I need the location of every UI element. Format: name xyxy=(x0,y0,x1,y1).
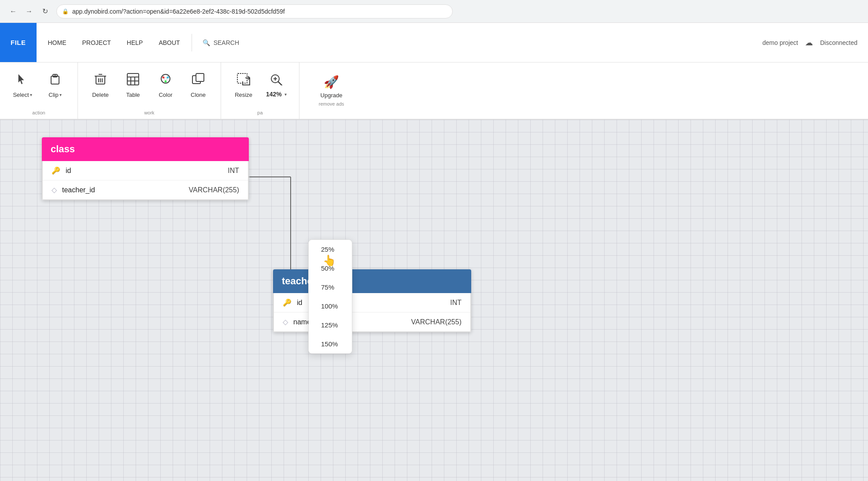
teacher-table-body: 🔑 id INT ◇ name VARCHAR(255) xyxy=(273,293,471,332)
reload-button[interactable]: ↻ xyxy=(39,5,51,18)
file-menu[interactable]: FILE xyxy=(0,23,37,62)
search-label: SEARCH xyxy=(214,39,239,46)
svg-rect-9 xyxy=(127,73,139,85)
foreign-key-icon: ◇ xyxy=(52,186,57,194)
resize-tool[interactable]: Resize xyxy=(228,68,259,103)
clip-arrow-icon: ▾ xyxy=(59,92,62,97)
field-type: VARCHAR(255) xyxy=(411,318,462,326)
class-table-name: class xyxy=(51,143,75,154)
table-row[interactable]: 🔑 id INT xyxy=(43,161,248,180)
svg-rect-20 xyxy=(196,73,204,81)
zoom-option-75[interactable]: 75% xyxy=(309,278,352,297)
table-row[interactable]: 🔑 id INT xyxy=(274,293,470,312)
field-type: INT xyxy=(450,299,462,307)
nav-divider xyxy=(192,34,192,51)
clone-label: Clone xyxy=(191,92,206,98)
page-section: Resize 142% ▾ pa xyxy=(221,62,299,119)
teacher-table-header: teacher xyxy=(273,269,471,293)
clip-tool[interactable]: Clip ▾ xyxy=(40,68,70,103)
resize-icon xyxy=(236,73,251,89)
select-label: Select xyxy=(13,92,29,98)
work-section: Delete Table xyxy=(78,62,221,119)
svg-point-18 xyxy=(164,77,167,80)
clone-icon xyxy=(192,73,205,89)
primary-key-icon: 🔑 xyxy=(283,298,292,307)
class-table-header: class xyxy=(42,137,249,161)
upgrade-section: 🚀 Upgrade remove ads xyxy=(299,62,363,119)
field-name: teacher_id xyxy=(62,186,189,194)
select-icon xyxy=(16,73,29,89)
zoom-dropdown: 25% 50% 75% 100% 125% 150% xyxy=(308,239,352,354)
project-name: demo project xyxy=(762,39,798,46)
clone-tool[interactable]: Clone xyxy=(183,68,214,103)
field-type: INT xyxy=(228,167,239,175)
toolbar-right: demo project ☁ Disconnected xyxy=(752,23,868,62)
forward-button[interactable]: → xyxy=(23,5,35,18)
primary-key-icon: 🔑 xyxy=(52,166,60,175)
foreign-key-icon: ◇ xyxy=(283,318,288,326)
file-label: FILE xyxy=(11,39,26,46)
zoom-option-25[interactable]: 25% xyxy=(309,240,352,259)
upgrade-button[interactable]: 🚀 Upgrade remove ads xyxy=(310,73,353,108)
table-row[interactable]: ◇ name VARCHAR(255) xyxy=(274,312,470,331)
color-tool[interactable]: Color xyxy=(150,68,181,103)
clip-icon xyxy=(48,73,62,89)
canvas-area[interactable]: class 🔑 id INT ◇ teacher_id VARCHAR(255)… xyxy=(0,120,868,481)
zoom-option-50[interactable]: 50% xyxy=(309,259,352,278)
table-label: Table xyxy=(126,92,140,98)
app-toolbar: FILE HOME PROJECT HELP ABOUT 🔍 SEARCH de… xyxy=(0,23,868,62)
back-button[interactable]: ← xyxy=(7,5,19,18)
tools-bar: Select ▾ Clip ▾ action xyxy=(0,62,868,120)
lock-icon: 🔒 xyxy=(62,8,69,15)
help-menu[interactable]: HELP xyxy=(119,23,151,62)
work-section-label: work xyxy=(78,110,221,115)
upgrade-label: Upgrade xyxy=(321,92,343,99)
upgrade-sublabel: remove ads xyxy=(319,101,344,106)
zoom-arrow-icon: ▾ xyxy=(284,92,287,97)
browser-nav: ← → ↻ xyxy=(7,5,51,18)
page-section-label: pa xyxy=(221,110,299,115)
action-section-label: action xyxy=(0,110,78,115)
zoom-value: 142% xyxy=(266,91,282,98)
upgrade-icon: 🚀 xyxy=(324,75,339,89)
field-type: VARCHAR(255) xyxy=(189,186,239,194)
address-bar[interactable]: 🔒 app.dynobird.com/?action=open&id=6a22e… xyxy=(56,4,453,18)
clip-label: Clip xyxy=(48,92,58,98)
table-icon xyxy=(126,73,140,89)
project-menu[interactable]: PROJECT xyxy=(74,23,119,62)
browser-bar: ← → ↻ 🔒 app.dynobird.com/?action=open&id… xyxy=(0,0,868,23)
class-table[interactable]: class 🔑 id INT ◇ teacher_id VARCHAR(255) xyxy=(42,137,249,200)
zoom-option-150[interactable]: 150% xyxy=(309,334,352,353)
color-icon xyxy=(159,73,172,89)
resize-label: Resize xyxy=(235,92,252,98)
select-tool[interactable]: Select ▾ xyxy=(7,68,38,103)
cloud-icon: ☁ xyxy=(805,38,813,48)
url-text: app.dynobird.com/?action=open&id=6a22e6e… xyxy=(72,8,285,15)
search-icon: 🔍 xyxy=(203,39,210,46)
toolbar-nav: HOME PROJECT HELP ABOUT 🔍 SEARCH xyxy=(37,23,250,62)
field-name: id xyxy=(66,167,228,175)
class-table-body: 🔑 id INT ◇ teacher_id VARCHAR(255) xyxy=(42,161,249,200)
delete-icon xyxy=(94,73,107,89)
color-label: Color xyxy=(159,92,172,98)
teacher-table[interactable]: teacher 🔑 id INT ◇ name VARCHAR(255) xyxy=(273,269,471,332)
delete-tool[interactable]: Delete xyxy=(85,68,116,103)
connection-status: Disconnected xyxy=(820,39,857,46)
delete-label: Delete xyxy=(92,92,109,98)
search-button[interactable]: 🔍 SEARCH xyxy=(196,39,246,46)
zoom-option-125[interactable]: 125% xyxy=(309,316,352,334)
home-menu[interactable]: HOME xyxy=(40,23,74,62)
about-menu[interactable]: ABOUT xyxy=(151,23,188,62)
table-tool[interactable]: Table xyxy=(118,68,148,103)
svg-point-17 xyxy=(165,81,167,83)
zoom-icon xyxy=(270,73,283,88)
zoom-option-100[interactable]: 100% xyxy=(309,297,352,316)
svg-line-23 xyxy=(278,82,282,85)
table-row[interactable]: ◇ teacher_id VARCHAR(255) xyxy=(43,180,248,199)
zoom-tool[interactable]: 142% ▾ xyxy=(261,68,292,103)
select-arrow-icon: ▾ xyxy=(30,92,32,97)
action-section: Select ▾ Clip ▾ action xyxy=(0,62,78,119)
